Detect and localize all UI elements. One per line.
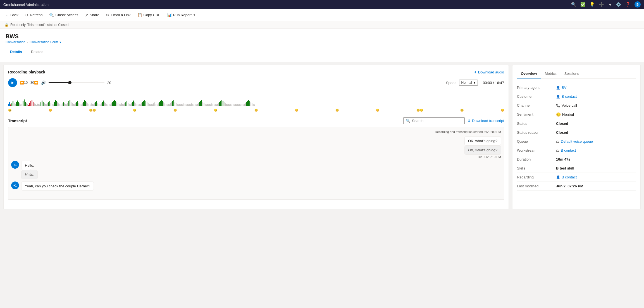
info-value: Closed	[556, 130, 568, 135]
info-label: Regarding	[517, 175, 556, 179]
info-label: Sentiment	[517, 112, 556, 116]
refresh-button[interactable]: ↺ Refresh	[22, 11, 46, 19]
info-value: B test skill	[556, 166, 574, 170]
bubble-right-italic-1: OK, what's going?	[464, 145, 501, 155]
recording-section-header: Recording playback ⬇ Download audio	[8, 70, 504, 74]
content-area: Recording playback ⬇ Download audio ▶ ⏪1…	[0, 62, 644, 213]
copy-url-button[interactable]: 📋 Copy URL	[135, 11, 163, 19]
command-bar: ← Back ↺ Refresh 🔍 Check Access ↗ Share …	[0, 9, 644, 21]
info-label: Channel	[517, 103, 556, 108]
chat-row-left-1: +1 Hello. Hello.	[11, 161, 501, 179]
info-row-primary-agent: Primary agent👤BV	[517, 83, 636, 92]
info-value: Closed	[556, 121, 568, 126]
skip-forward-30-button[interactable]: 30⏩	[30, 79, 38, 87]
play-button[interactable]: ▶	[8, 78, 17, 87]
speed-selector[interactable]: Normal ▼	[459, 80, 478, 86]
right-panel: Overview Metrics Sessions Primary agent👤…	[512, 65, 641, 209]
refresh-icon: ↺	[25, 13, 28, 17]
info-label: Status	[517, 121, 556, 126]
workstream-icon: 🗂	[556, 149, 559, 152]
right-tabs: Overview Metrics Sessions	[517, 70, 636, 79]
person-icon: 👤	[556, 86, 560, 90]
top-navigation-bar: Omnichannel Administration 🔍 ✅ 💡 ➕ ▼ ⚙️ …	[0, 0, 644, 9]
info-link[interactable]: B contact	[561, 148, 576, 152]
info-value: 😐Neutral	[556, 112, 574, 117]
chat-row-left-2: +1 Yeah, can you check the couple Cerner…	[11, 182, 501, 191]
gear-icon[interactable]: ⚙️	[616, 2, 621, 7]
info-row-channel: Channel📞Voice call	[517, 101, 636, 110]
run-report-chevron-icon: ▼	[193, 13, 196, 16]
overview-fields: Primary agent👤BVCustomer👤B contactChanne…	[517, 83, 636, 191]
seek-bar[interactable]	[49, 82, 104, 83]
info-row-queue: Queue🗂Default voice queue	[517, 137, 636, 146]
main-tabs: Details Related	[6, 47, 638, 57]
bubble-meta-1: BV · 6/2 2:10 PM	[478, 155, 501, 159]
tab-related[interactable]: Related	[27, 47, 48, 57]
run-report-button[interactable]: 📊 Run Report ▼	[164, 11, 199, 19]
info-value: 👤B contact	[556, 94, 577, 99]
download-icon: ⬇	[474, 70, 477, 74]
readonly-banner: 🔒 Read-only This record's status: Closed	[0, 21, 644, 29]
check-access-button[interactable]: 🔍 Check Access	[46, 11, 81, 19]
lock-icon: 🔒	[4, 23, 9, 27]
tab-details[interactable]: Details	[6, 47, 27, 57]
info-row-workstream: Workstream🗂B contact	[517, 146, 636, 155]
back-button[interactable]: ← Back	[2, 11, 21, 19]
help-icon[interactable]: ❓	[625, 2, 631, 7]
search-input[interactable]	[412, 119, 462, 123]
breadcrumb-chevron-icon: ▼	[59, 41, 62, 44]
app-title: Omnichannel Administration	[3, 3, 49, 7]
info-link[interactable]: BV	[562, 85, 566, 90]
info-value: Jun 2, 02:26 PM	[556, 184, 583, 188]
waveform[interactable]	[8, 89, 504, 106]
info-row-duration: Duration16m 47s	[517, 155, 636, 164]
recording-section-title: Recording playback	[8, 70, 45, 74]
info-label: Workstream	[517, 148, 556, 152]
email-link-button[interactable]: ✉ Email a Link	[103, 11, 133, 19]
info-link[interactable]: B contact	[562, 94, 577, 99]
info-link[interactable]: B contact	[562, 175, 577, 179]
person-icon: 👤	[556, 95, 560, 99]
person-icon: 👤	[556, 175, 560, 179]
info-label: Skills	[517, 166, 556, 170]
right-tab-sessions[interactable]: Sessions	[560, 70, 583, 78]
phone-icon: 📞	[556, 104, 560, 108]
breadcrumb-conversation-link[interactable]: Conversation	[6, 40, 25, 44]
search-box[interactable]: 🔍	[403, 117, 465, 124]
copy-icon: 📋	[137, 13, 142, 17]
filter-icon[interactable]: ▼	[608, 2, 612, 7]
emotion-row: 😞😊😊😊😞😊😞😊😊😊😊😊😞😊😊	[8, 108, 504, 112]
seek-thumb[interactable]	[68, 81, 71, 84]
info-link[interactable]: Default voice queue	[561, 139, 593, 144]
download-transcript-button[interactable]: ⬇ Download transcript	[468, 119, 504, 123]
search-icon[interactable]: 🔍	[571, 2, 576, 7]
breadcrumb-form-link[interactable]: Conversation Form ▼	[30, 40, 62, 44]
info-label: Duration	[517, 157, 556, 161]
bubble-left-2: Yeah, can you check the couple Cerner?	[21, 182, 94, 191]
user-avatar[interactable]: B	[635, 1, 641, 8]
settings-check-icon[interactable]: ✅	[580, 2, 586, 7]
speed-label: Speed	[446, 81, 457, 85]
bubble-left-1: Hello.	[21, 161, 31, 170]
info-label: Status reason	[517, 130, 556, 135]
volume-button[interactable]: 🔊	[41, 80, 46, 85]
queue-icon: 🗂	[556, 140, 559, 144]
info-value: 👤BV	[556, 85, 566, 90]
right-tab-overview[interactable]: Overview	[517, 70, 541, 78]
info-value: 👤B contact	[556, 175, 577, 179]
report-icon: 📊	[167, 13, 172, 17]
record-title: BWS	[6, 33, 638, 40]
download-audio-button[interactable]: ⬇ Download audio	[474, 70, 504, 74]
right-tab-metrics[interactable]: Metrics	[541, 70, 560, 78]
info-label: Last modified	[517, 184, 556, 188]
lightbulb-icon[interactable]: 💡	[590, 2, 595, 7]
left-panel: Recording playback ⬇ Download audio ▶ ⏪1…	[3, 65, 509, 209]
skip-back-10-button[interactable]: ⏪10	[20, 79, 28, 87]
back-icon: ←	[5, 13, 9, 17]
main-content: BWS Conversation · Conversation Form ▼ D…	[0, 29, 644, 62]
chat-bubble-right-1: OK, what's going? OK, what's going? BV ·…	[11, 136, 501, 159]
share-button[interactable]: ↗ Share	[82, 11, 102, 19]
plus-icon[interactable]: ➕	[599, 2, 604, 7]
info-row-regarding: Regarding👤B contact	[517, 173, 636, 182]
recording-note: Recording and transcription started. 6/2…	[11, 130, 501, 133]
